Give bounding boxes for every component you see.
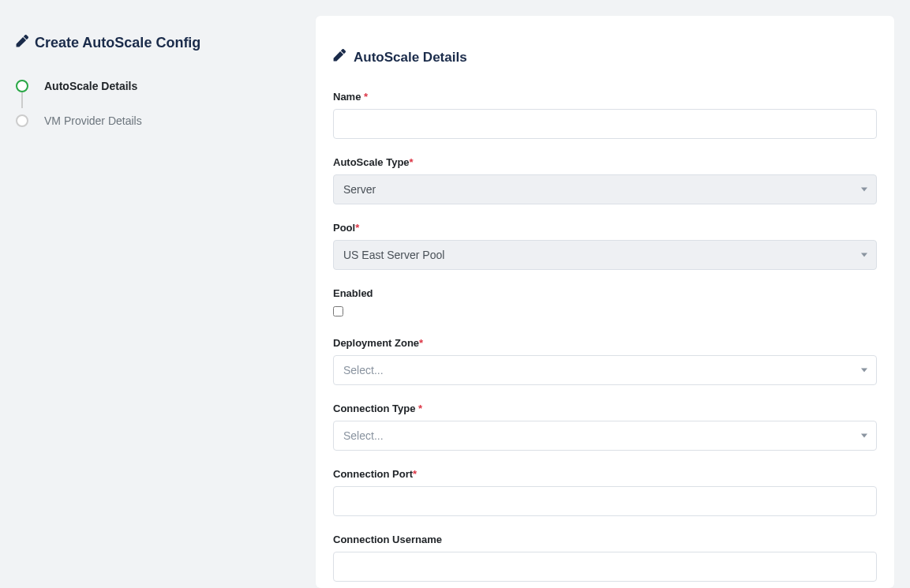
field-deployment-zone: Deployment Zone* Select...	[333, 337, 877, 385]
select-placeholder: Select...	[333, 421, 877, 451]
field-name: Name *	[333, 91, 877, 139]
connection-type-label: Connection Type *	[333, 403, 877, 414]
enabled-checkbox[interactable]	[333, 306, 343, 316]
step-label: AutoScale Details	[44, 80, 137, 92]
step-vm-provider-details[interactable]: VM Provider Details	[16, 114, 300, 127]
form-panel: AutoScale Details Name * AutoScale Type*…	[316, 16, 894, 588]
pool-select[interactable]: US East Server Pool	[333, 240, 877, 270]
required-asterisk: *	[419, 337, 423, 349]
select-value: Server	[333, 174, 877, 204]
autoscale-type-label: AutoScale Type*	[333, 156, 877, 168]
autoscale-type-select[interactable]: Server	[333, 174, 877, 204]
select-value: US East Server Pool	[333, 240, 877, 270]
required-asterisk: *	[410, 156, 414, 168]
panel-title: AutoScale Details	[333, 49, 877, 66]
connection-username-input[interactable]	[333, 552, 877, 582]
pool-label: Pool*	[333, 222, 877, 234]
field-connection-type: Connection Type * Select...	[333, 403, 877, 451]
page-title-text: Create AutoScale Config	[35, 35, 200, 51]
step-connector	[21, 92, 23, 108]
required-asterisk: *	[413, 468, 417, 480]
step-indicator-icon	[16, 114, 28, 127]
field-autoscale-type: AutoScale Type* Server	[333, 156, 877, 204]
enabled-label: Enabled	[333, 287, 877, 299]
connection-type-select[interactable]: Select...	[333, 421, 877, 451]
name-input[interactable]	[333, 109, 877, 139]
page-title: Create AutoScale Config	[16, 35, 300, 51]
required-asterisk: *	[355, 222, 359, 234]
field-pool: Pool* US East Server Pool	[333, 222, 877, 270]
panel-title-text: AutoScale Details	[354, 50, 467, 66]
name-label: Name *	[333, 91, 877, 103]
field-connection-port: Connection Port*	[333, 468, 877, 516]
select-placeholder: Select...	[333, 355, 877, 385]
required-asterisk: *	[364, 91, 368, 103]
field-enabled: Enabled	[333, 287, 877, 320]
step-autoscale-details[interactable]: AutoScale Details	[16, 80, 300, 114]
connection-username-label: Connection Username	[333, 534, 877, 545]
connection-port-label: Connection Port*	[333, 468, 877, 480]
connection-port-input[interactable]	[333, 486, 877, 516]
deployment-zone-select[interactable]: Select...	[333, 355, 877, 385]
deployment-zone-label: Deployment Zone*	[333, 337, 877, 349]
wizard-steps: AutoScale Details VM Provider Details	[16, 80, 300, 127]
edit-icon	[16, 35, 28, 51]
wizard-sidebar: Create AutoScale Config AutoScale Detail…	[0, 0, 316, 588]
step-label: VM Provider Details	[44, 114, 142, 127]
step-indicator-icon	[16, 80, 28, 92]
field-connection-username: Connection Username	[333, 534, 877, 582]
required-asterisk: *	[418, 403, 422, 414]
edit-icon	[333, 49, 346, 66]
